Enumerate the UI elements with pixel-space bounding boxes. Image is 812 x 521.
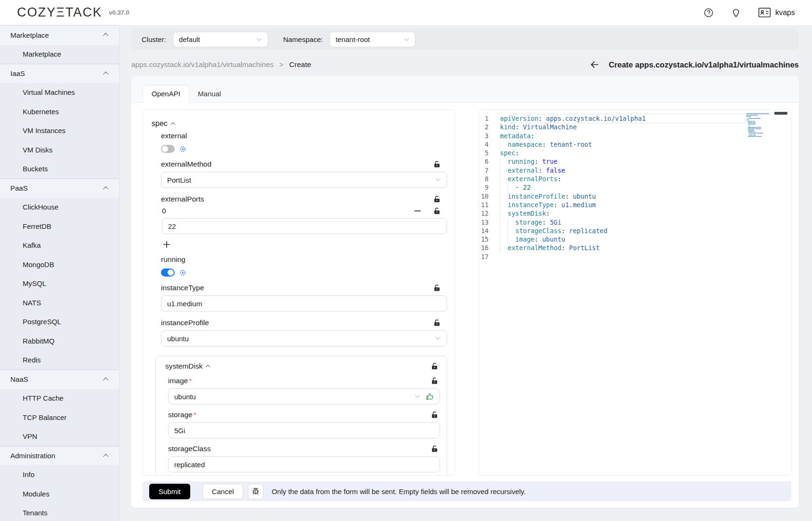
sidebar-section-label: NaaS	[10, 375, 28, 383]
code-line: 5spec:	[479, 149, 791, 157]
sidebar-section-paas[interactable]: PaaS	[0, 178, 119, 198]
sidebar-item-rabbitmq[interactable]: RabbitMQ	[0, 331, 119, 351]
sidebar-item-buckets[interactable]: Buckets	[0, 160, 119, 179]
create-form-card: OpenAPI Manual spec external	[131, 76, 799, 508]
unlock-icon[interactable]	[431, 377, 438, 385]
sidebar-item-kubernetes[interactable]: Kubernetes	[0, 102, 119, 121]
sidebar-section-label: Administration	[10, 452, 55, 460]
storageClass-value: replicated	[174, 461, 205, 469]
line-number: 9	[479, 183, 500, 192]
sidebar-item-virtual-machines[interactable]: Virtual Machines	[0, 83, 119, 102]
chevron-up-icon	[103, 186, 108, 192]
externalPorts-item-value: 22	[168, 222, 176, 230]
systemDisk-label: systemDisk	[165, 362, 203, 370]
line-number: 1	[479, 114, 500, 123]
storageClass-input[interactable]: replicated	[168, 456, 440, 472]
unlock-icon[interactable]	[431, 445, 438, 453]
tab-manual[interactable]: Manual	[189, 85, 229, 102]
aim-icon[interactable]	[179, 269, 186, 276]
cluster-select[interactable]: default	[173, 32, 268, 47]
aim-icon[interactable]	[179, 146, 186, 152]
unlock-icon[interactable]	[431, 411, 438, 419]
sidebar-item-vm-disks[interactable]: VM Disks	[0, 140, 119, 160]
user-name: kvaps	[775, 8, 795, 17]
user-menu[interactable]: kvaps	[758, 8, 795, 18]
sidebar-section-naas[interactable]: NaaS	[0, 370, 119, 389]
unlock-icon[interactable]	[433, 160, 440, 168]
sidebar-item-postgresql[interactable]: PostgreSQL	[0, 312, 119, 332]
cancel-button[interactable]: Cancel	[203, 484, 244, 499]
sidebar-item-info[interactable]: Info	[0, 465, 119, 485]
chevron-down-icon	[404, 38, 409, 42]
bulb-icon[interactable]	[731, 8, 741, 18]
code-text: storageClass: replicated	[500, 227, 791, 235]
sidebar-section-iaas[interactable]: IaaS	[0, 64, 119, 83]
code-line: 12systemDisk:	[479, 209, 791, 218]
sidebar-section-administration[interactable]: Administration	[0, 446, 119, 465]
openapi-form-panel: spec external externalMethod	[143, 109, 455, 476]
externalMethod-select[interactable]: PortList	[161, 172, 447, 188]
instanceProfile-select[interactable]: ubuntu	[161, 330, 447, 346]
line-number: 6	[479, 157, 500, 166]
instanceType-input[interactable]: u1.medium	[161, 295, 447, 311]
sidebar-item-tenants[interactable]: Tenants	[0, 504, 119, 521]
externalPorts-label: externalPorts	[161, 195, 204, 203]
unlock-icon[interactable]	[433, 207, 440, 215]
sidebar-item-http-cache[interactable]: HTTP Cache	[0, 389, 119, 408]
externalPorts-item-input[interactable]: 22	[162, 218, 447, 234]
namespace-select[interactable]: tenant-root	[330, 32, 415, 47]
collapse-icon[interactable]	[170, 122, 175, 126]
debug-button[interactable]	[248, 484, 263, 499]
context-toolbar: Cluster: default Namespace: tenant-root	[131, 29, 799, 50]
sidebar-item-vpn[interactable]: VPN	[0, 427, 119, 446]
unlock-icon[interactable]	[433, 319, 440, 327]
sidebar-item-marketplace[interactable]: Marketplace	[0, 45, 119, 64]
unlock-icon[interactable]	[431, 362, 438, 370]
sidebar-item-tcp-balancer[interactable]: TCP Balancer	[0, 408, 119, 427]
sidebar-item-mongodb[interactable]: MongoDB	[0, 255, 119, 274]
spec-section-header: spec	[152, 119, 447, 128]
code-line: 4namespace: tenant-root	[479, 140, 791, 149]
unlock-icon[interactable]	[433, 284, 440, 292]
instanceProfile-value: ubuntu	[167, 335, 189, 343]
breadcrumb-resource-link[interactable]: apps.cozystack.io/v1alpha1/virtualmachin…	[131, 60, 274, 69]
sidebar-item-nats[interactable]: NATS	[0, 293, 119, 312]
code-text: storage: 5Gi	[500, 218, 791, 227]
form-note: Only the data from the form will be sent…	[271, 487, 525, 496]
question-circle-icon[interactable]	[703, 8, 714, 18]
storage-input[interactable]: 5Gi	[168, 422, 440, 438]
code-line: 17	[479, 252, 791, 261]
chevron-up-icon	[103, 454, 108, 459]
collapse-icon[interactable]	[206, 364, 211, 369]
add-item-icon[interactable]	[163, 241, 447, 248]
thumbs-up-icon[interactable]	[426, 393, 434, 401]
tab-openapi[interactable]: OpenAPI	[143, 85, 189, 103]
form-actions-bar: Submit Cancel Only the data from the for…	[143, 481, 791, 501]
line-number: 10	[479, 192, 500, 201]
sidebar-item-redis[interactable]: Redis	[0, 351, 119, 370]
code-line: 6running: true	[479, 157, 791, 166]
line-number: 8	[479, 175, 500, 183]
chevron-down-icon	[435, 178, 441, 182]
sidebar-item-modules[interactable]: Modules	[0, 484, 119, 504]
unlock-icon[interactable]	[433, 195, 440, 203]
code-text: namespace: tenant-root	[500, 140, 791, 149]
image-select[interactable]: ubuntu	[168, 388, 440, 404]
code-text: instanceProfile: ubuntu	[500, 192, 791, 201]
sidebar-item-mysql[interactable]: MySQL	[0, 274, 119, 294]
running-toggle[interactable]	[161, 269, 175, 277]
yaml-code-editor[interactable]: 1apiVersion: apps.cozystack.io/v1alpha12…	[479, 109, 791, 476]
submit-button[interactable]: Submit	[149, 484, 190, 499]
remove-item-icon[interactable]	[414, 210, 421, 212]
sidebar-item-kafka[interactable]: Kafka	[0, 236, 119, 255]
back-arrow-icon[interactable]	[590, 59, 600, 70]
external-toggle[interactable]	[161, 145, 175, 153]
code-text: instanceType: u1.medium	[500, 201, 791, 209]
sidebar-section-marketplace[interactable]: Marketplace	[0, 25, 119, 45]
code-line: 3metadata:	[479, 132, 791, 140]
storage-value: 5Gi	[174, 427, 185, 435]
sidebar-item-vm-instances[interactable]: VM Instances	[0, 121, 119, 141]
sidebar-item-ferretdb[interactable]: FerretDB	[0, 217, 119, 236]
code-line: 15image: ubuntu	[479, 235, 791, 244]
sidebar-item-clickhouse[interactable]: ClickHouse	[0, 198, 119, 217]
